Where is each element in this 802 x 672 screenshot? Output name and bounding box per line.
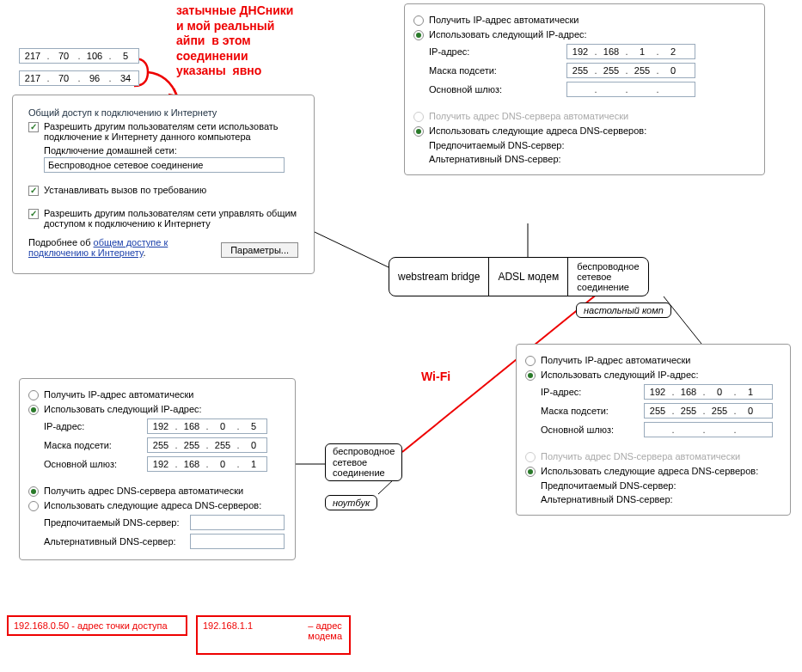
r-static-dns[interactable]: Использовать следующие адреса DNS-сервер…	[28, 500, 286, 511]
r-auto-dns: Получить адрес DNS-сервера автоматически	[413, 111, 756, 122]
r-auto-dns: Получить адрес DNS-сервера автоматически	[525, 451, 781, 462]
gw-label: Основной шлюз:	[429, 84, 558, 95]
ics-homeconn-label: Подключение домашней сети:	[44, 145, 298, 156]
radio-icon	[28, 501, 39, 511]
r-static-dns[interactable]: Использовать следующие адреса DNS-сервер…	[525, 466, 781, 477]
ics-groupbox: Общий доступ к подключению к Интернету Р…	[21, 106, 305, 266]
ip-label: IP-адрес:	[44, 421, 138, 431]
ip-label: IP-адрес:	[429, 46, 558, 57]
gw-input[interactable]: . . .	[644, 422, 773, 437]
dns1-input[interactable]	[190, 515, 285, 530]
checkbox-icon	[28, 209, 39, 219]
svg-line-0	[315, 232, 389, 267]
modem-note: – адрес модема	[308, 620, 342, 641]
label: Использовать следующие адреса DNS-сервер…	[541, 466, 758, 476]
red-note-modem: 192.168.1.1 – адрес модема	[196, 615, 351, 655]
radio-icon	[525, 467, 536, 477]
radio-icon	[28, 405, 39, 415]
ipv4-panel-bottom-left: Получить IP-адрес автоматически Использо…	[19, 378, 296, 560]
dns1-label: Предпочитаемый DNS-сервер:	[429, 140, 592, 150]
dns1-label: Предпочитаемый DNS-сервер:	[541, 480, 704, 491]
radio-icon	[525, 452, 536, 462]
radio-icon	[525, 356, 536, 366]
dns2-label: Альтернативный DNS-сервер:	[541, 494, 704, 504]
ics-check-control[interactable]: Разрешить другим пользователям сети упра…	[28, 208, 298, 229]
ics-panel: Общий доступ к подключению к Интернету Р…	[12, 95, 315, 274]
connection-tabs: webstream bridge ADSL модем беcпроводное…	[389, 257, 649, 296]
checkbox-icon	[28, 186, 39, 196]
dns2-input[interactable]	[190, 534, 285, 549]
r-static-ip[interactable]: Использовать следующий IP-адрес:	[28, 404, 286, 415]
dns1-label: Предпочитаемый DNS-сервер:	[44, 517, 181, 528]
ics-check3-label: Разрешить другим пользователям сети упра…	[44, 208, 298, 229]
label: Получить адрес DNS-сервера автоматически	[429, 111, 628, 121]
r-auto-ip[interactable]: Получить IP-адрес автоматически	[525, 355, 781, 366]
label: Получить IP-адрес автоматически	[541, 355, 690, 365]
ip-input[interactable]: 192. 168. 1. 2	[566, 44, 695, 59]
ics-homeconn-value: Беспроводное сетевое соединение	[48, 160, 203, 170]
dns-ip-row-2: 217. 70. 96. 34	[19, 70, 139, 86]
label: Использовать следующий IP-адрес:	[44, 404, 202, 414]
radio-icon	[28, 486, 39, 497]
ipv4-panel-mid-right: Получить IP-адрес автоматически Использо…	[516, 344, 791, 516]
ics-check-allow-share[interactable]: Разрешить другим пользователям сети испо…	[28, 121, 298, 142]
gw-label: Основной шлюз:	[44, 459, 138, 469]
mask-label: Маска подсети:	[429, 65, 558, 76]
mask-input[interactable]: 255. 255. 255. 0	[644, 403, 773, 418]
radio-icon	[413, 15, 424, 26]
r-static-ip[interactable]: Использовать следующий IP-адрес:	[413, 29, 756, 40]
ics-check-dial[interactable]: Устанавливать вызов по требованию	[28, 185, 298, 196]
radio-icon	[28, 390, 39, 400]
dns2-label: Альтернативный DNS-сервер:	[429, 154, 592, 164]
ics-group-title: Общий доступ к подключению к Интернету	[28, 107, 298, 118]
radio-icon	[525, 370, 536, 381]
notebook-label: ноутбук	[325, 495, 377, 510]
tab-adsl-modem[interactable]: ADSL модем	[489, 258, 568, 296]
dns-ip-1[interactable]: 217. 70. 106. 5	[19, 48, 139, 64]
tab-webstream-bridge[interactable]: webstream bridge	[389, 258, 489, 296]
wifi-label: Wi-Fi	[421, 370, 450, 383]
r-auto-ip[interactable]: Получить IP-адрес автоматически	[28, 389, 286, 400]
r-auto-dns[interactable]: Получить адрес DNS-сервера автоматически	[28, 486, 286, 497]
dns-ip-2[interactable]: 217. 70. 96. 34	[19, 70, 139, 86]
mask-label: Маска подсети:	[541, 406, 635, 416]
label: Использовать следующий IP-адрес:	[429, 29, 587, 40]
tab-wireless[interactable]: беcпроводное сетевое соединение	[568, 258, 647, 296]
checkbox-icon	[28, 122, 39, 132]
red-note-ap: 192.168.0.50 - адрес точки доступа	[7, 615, 187, 636]
label: Использовать следующие адреса DNS-сервер…	[44, 500, 261, 510]
wireless-conn-label: беспроводное сетевое соединение	[325, 443, 402, 481]
mask-input[interactable]: 255. 255. 255. 0	[147, 437, 267, 453]
label: Получить IP-адрес автоматически	[44, 389, 193, 400]
ics-more-text: Подробнее об общем доступе к подключению…	[28, 237, 200, 258]
label: Использовать следующие адреса DNS-сервер…	[429, 125, 646, 136]
gw-input[interactable]: 192. 168. 0. 1	[147, 456, 267, 472]
ip-input[interactable]: 192. 168. 0. 5	[147, 418, 267, 434]
ics-params-button[interactable]: Параметры...	[221, 242, 298, 258]
desktop-label: настольный комп	[576, 302, 671, 318]
gw-input[interactable]: . . .	[566, 82, 695, 97]
r-auto-ip[interactable]: Получить IP-адрес автоматически	[413, 15, 756, 26]
ics-check2-label: Устанавливать вызов по требованию	[44, 185, 206, 195]
r-static-ip[interactable]: Использовать следующий IP-адрес:	[525, 370, 781, 381]
mask-input[interactable]: 255. 255. 255. 0	[566, 63, 695, 78]
modem-ip: 192.168.1.1	[203, 620, 253, 631]
ip-label: IP-адрес:	[541, 387, 635, 397]
radio-icon	[413, 30, 424, 40]
gw-label: Основной шлюз:	[541, 425, 635, 435]
ipv4-panel-top-right: Получить IP-адрес автоматически Использо…	[404, 3, 765, 175]
ip-input[interactable]: 192. 168. 0. 1	[644, 384, 773, 400]
mask-label: Маска подсети:	[44, 440, 138, 450]
r-static-dns[interactable]: Использовать следующие адреса DNS-сервер…	[413, 125, 756, 137]
label: Использовать следующий IP-адрес:	[541, 370, 699, 380]
label: Получить адрес DNS-сервера автоматически	[541, 451, 740, 461]
label: Получить адрес DNS-сервера автоматически	[44, 486, 243, 496]
ics-check1-label: Разрешить другим пользователям сети испо…	[44, 121, 298, 142]
ics-homeconn-select[interactable]: Беспроводное сетевое соединение	[44, 157, 285, 173]
annotation-dns: затычные ДНСники и мой реальный айпи в э…	[176, 3, 293, 79]
label: Получить IP-адрес автоматически	[429, 15, 579, 25]
dns2-label: Альтернативный DNS-сервер:	[44, 536, 181, 547]
dns-ip-row-1: 217. 70. 106. 5	[19, 48, 139, 64]
radio-icon	[413, 112, 424, 122]
radio-icon	[413, 126, 424, 137]
